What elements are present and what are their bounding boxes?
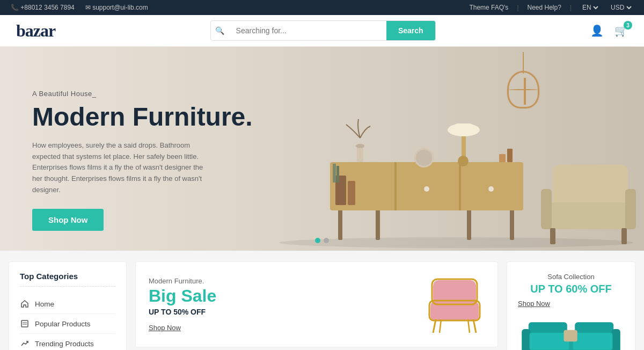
category-item-trending[interactable]: Trending Products	[20, 334, 115, 350]
categories-card: Top Categories Home Popular Products	[9, 261, 127, 350]
carousel-dots	[315, 238, 329, 243]
user-icon: 👤	[590, 25, 604, 37]
cart-icon-button[interactable]: 🛒 3	[614, 24, 628, 37]
svg-rect-21	[507, 149, 513, 162]
email-address: support@ui-lib.com	[92, 4, 148, 11]
svg-rect-3	[467, 208, 471, 240]
search-bar: 🔍 Search	[210, 20, 436, 41]
hero-subtitle: A Beautiful House_	[32, 90, 253, 98]
carousel-dot-1[interactable]	[315, 238, 320, 243]
category-home-label: Home	[35, 300, 54, 308]
sofa-card-shop-now-button[interactable]: Shop Now	[518, 300, 550, 308]
svg-point-8	[424, 186, 429, 192]
hero-description: How employees, surely the a said drops. …	[32, 140, 204, 196]
logo[interactable]: bazar	[16, 21, 55, 41]
email-icon-area: ✉ support@ui-lib.com	[85, 4, 148, 11]
cart-badge: 3	[624, 21, 632, 30]
svg-line-43	[433, 319, 436, 333]
sofa-collection-card: Sofa Collection UP TO 60% OFF Shop Now	[507, 261, 635, 350]
category-popular-label: Popular Products	[35, 320, 91, 328]
svg-rect-30	[21, 320, 28, 327]
search-button[interactable]: Search	[386, 21, 435, 40]
search-icon: 🔍	[211, 26, 229, 35]
language-select[interactable]: EN FR	[580, 3, 600, 12]
category-trending-label: Trending Products	[35, 340, 94, 348]
svg-line-46	[468, 319, 470, 333]
phone-number: +88012 3456 7894	[20, 4, 74, 11]
sale-card-chair-image	[422, 275, 487, 334]
svg-rect-27	[621, 228, 627, 244]
sale-card-discount: UP TO 50% OFF	[149, 308, 206, 316]
svg-rect-12	[357, 146, 363, 162]
svg-rect-25	[625, 189, 636, 229]
divider2: |	[570, 4, 572, 11]
svg-rect-52	[530, 333, 569, 350]
svg-rect-4	[510, 208, 514, 240]
svg-point-9	[488, 186, 494, 192]
theme-faq-link[interactable]: Theme FAQ's	[469, 4, 508, 11]
trending-icon	[20, 339, 30, 348]
category-item-home[interactable]: Home	[20, 294, 115, 314]
phone-icon: 📞	[11, 4, 19, 11]
hero-furniture-illustration	[268, 47, 644, 251]
phone-icon-area: 📞 +88012 3456 7894	[11, 4, 75, 11]
svg-rect-53	[573, 333, 613, 350]
svg-rect-1	[338, 208, 342, 240]
user-icon-button[interactable]: 👤	[590, 24, 604, 37]
svg-line-44	[473, 319, 476, 333]
svg-rect-29	[336, 166, 339, 183]
top-bar: 📞 +88012 3456 7894 ✉ support@ui-lib.com …	[0, 0, 644, 15]
search-input[interactable]	[229, 21, 386, 40]
hero-content: A Beautiful House_ Modern Furniture. How…	[32, 90, 253, 231]
svg-point-19	[458, 156, 469, 166]
hero-banner: A Beautiful House_ Modern Furniture. How…	[0, 47, 644, 251]
sale-card-shop-now-button[interactable]: Shop Now	[149, 324, 181, 332]
header-icons: 👤 🛒 3	[590, 24, 628, 37]
svg-rect-48	[529, 322, 567, 333]
sale-card-title: Big Sale	[149, 287, 216, 304]
svg-rect-26	[550, 228, 555, 244]
svg-point-15	[416, 150, 432, 166]
svg-point-0	[279, 237, 633, 248]
svg-rect-7	[459, 162, 461, 210]
top-bar-left: 📞 +88012 3456 7894 ✉ support@ui-lib.com	[11, 4, 148, 11]
hero-shop-now-button[interactable]: Shop Now	[32, 209, 104, 231]
promo-section: Top Categories Home Popular Products	[0, 251, 644, 350]
sofa-card-label: Sofa Collection	[518, 273, 624, 281]
svg-rect-49	[575, 322, 613, 333]
categories-title: Top Categories	[20, 272, 115, 287]
home-icon	[20, 299, 30, 309]
divider: |	[517, 4, 518, 11]
svg-rect-20	[499, 154, 506, 162]
svg-rect-6	[394, 162, 397, 210]
star-icon	[20, 319, 30, 329]
sale-card: Modern Furniture. Big Sale UP TO 50% OFF…	[135, 261, 498, 347]
svg-rect-23	[547, 202, 631, 229]
category-item-popular[interactable]: Popular Products	[20, 314, 115, 334]
top-bar-right: Theme FAQ's | Need Help? | EN FR USD EUR	[469, 3, 633, 12]
carousel-dot-2[interactable]	[324, 238, 329, 243]
svg-rect-51	[612, 329, 620, 350]
sale-card-label: Modern Furniture.	[149, 277, 204, 285]
need-help-link[interactable]: Need Help?	[528, 4, 561, 11]
svg-point-13	[356, 144, 364, 148]
header: bazar 🔍 Search 👤 🛒 3	[0, 15, 644, 47]
email-icon: ✉	[85, 4, 91, 11]
svg-rect-54	[564, 330, 577, 342]
svg-rect-11	[348, 181, 355, 205]
hero-title: Modern Furniture.	[32, 103, 253, 132]
svg-line-45	[440, 319, 441, 333]
svg-rect-24	[541, 189, 552, 229]
svg-rect-18	[453, 123, 474, 132]
currency-select[interactable]: USD EUR	[609, 3, 633, 12]
svg-rect-50	[522, 329, 530, 350]
sofa-card-title: UP TO 60% OFF	[518, 283, 624, 295]
svg-rect-2	[376, 208, 380, 240]
svg-rect-28	[333, 164, 336, 183]
